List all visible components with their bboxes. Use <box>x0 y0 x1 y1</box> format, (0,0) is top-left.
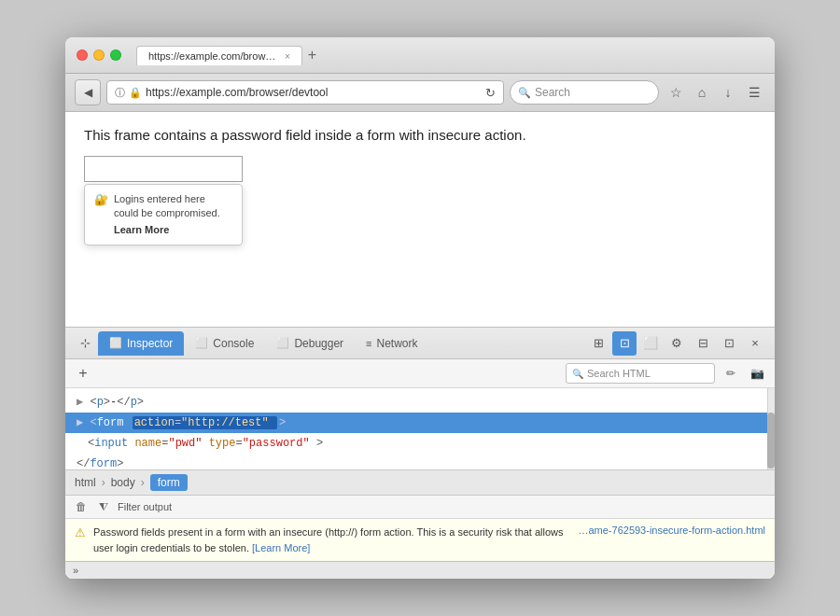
html-line-form[interactable]: ▶ <form action="http://test" > <box>65 413 775 433</box>
traffic-lights <box>77 49 121 61</box>
html-search-icon: 🔍 <box>572 369 583 379</box>
security-learn-more[interactable]: Learn More <box>114 223 232 237</box>
devtools-panel: ⊹ ⬜ Inspector ⬜ Console ⬜ Debugger ≡ Net… <box>65 327 775 579</box>
console-icon: ⬜ <box>195 337 208 349</box>
html-toolbar: + 🔍 Search HTML ✏ 📷 <box>65 359 775 388</box>
back-icon: ◀ <box>84 86 92 99</box>
page-content: This frame contains a password field ins… <box>65 112 775 327</box>
tab-bar: https://example.com/browser/dev × + <box>136 45 763 65</box>
scrollbar-thumb[interactable] <box>767 413 775 469</box>
title-bar: https://example.com/browser/dev × + <box>65 37 775 74</box>
network-icon: ≡ <box>366 338 371 349</box>
tab-close-icon[interactable]: × <box>285 51 290 62</box>
breadcrumb-sep-1: › <box>102 476 105 489</box>
devtools-right-icons: ⊞ ⊡ ⬜ ⚙ ⊟ ⊡ × <box>586 331 767 356</box>
network-label: Network <box>377 337 418 350</box>
menu-icon[interactable]: ☰ <box>743 81 765 104</box>
layout-icon[interactable]: ⊞ <box>586 331 610 356</box>
warning-learn-more-link[interactable]: [Learn More] <box>252 542 310 553</box>
file-link[interactable]: …ame-762593-insecure-form-action.html <box>578 525 765 536</box>
lock-icon: 🔒 <box>129 87 142 99</box>
nav-bar: ◀ ⓘ 🔒 https://example.com/browser/devtoo… <box>65 74 775 112</box>
reload-icon[interactable]: ↻ <box>485 86 496 100</box>
cursor-icon: ⊹ <box>80 336 91 350</box>
tab-console[interactable]: ⬜ Console <box>184 331 265 356</box>
responsive-icon[interactable]: ⊡ <box>612 331 637 356</box>
tab-network[interactable]: ≡ Network <box>355 331 428 356</box>
devtools-toolbar: ⊹ ⬜ Inspector ⬜ Console ⬜ Debugger ≡ Net… <box>65 328 775 359</box>
devtools-bottom-bar: » <box>65 561 775 579</box>
html-tree-wrapper: ▶ <p>-</p> ▶ <form action="http://test" … <box>65 388 775 469</box>
address-bar[interactable]: ⓘ 🔒 https://example.com/browser/devtool … <box>106 80 504 105</box>
breadcrumb-body[interactable]: body <box>111 476 135 489</box>
active-tab[interactable]: https://example.com/browser/dev × <box>136 46 302 65</box>
collapse-arrow-p[interactable]: ▶ <box>77 396 83 409</box>
clear-console-button[interactable]: 🗑 <box>73 498 90 515</box>
html-line-p[interactable]: ▶ <p>-</p> <box>65 392 775 413</box>
search-box[interactable]: 🔍 Search <box>510 80 659 105</box>
breadcrumb-form[interactable]: form <box>150 474 188 491</box>
filter-label: Filter output <box>118 501 172 512</box>
nav-icons: ☆ ⌂ ↓ ☰ <box>665 81 765 104</box>
browser-window: https://example.com/browser/dev × + ◀ ⓘ … <box>65 37 775 579</box>
screenshot-button[interactable]: 📷 <box>747 363 767 384</box>
debugger-icon: ⬜ <box>276 337 289 349</box>
warning-content: Password fields present in a form with a… <box>93 525 765 555</box>
tab-title: https://example.com/browser/dev <box>148 50 279 62</box>
warning-icon: ⚠ <box>75 525 86 539</box>
password-field-container: 🔐 Logins entered here could be compromis… <box>84 156 243 182</box>
close-button[interactable] <box>77 49 88 61</box>
new-tab-button[interactable]: + <box>302 45 322 65</box>
minimize-button[interactable] <box>93 49 105 61</box>
screenshot-icon[interactable]: ⬜ <box>638 331 663 356</box>
security-tooltip: 🔐 Logins entered here could be compromis… <box>84 184 243 245</box>
inspector-label: Inspector <box>127 337 173 350</box>
collapse-arrow-form[interactable]: ▶ <box>77 416 83 429</box>
html-line-input[interactable]: <input name="pwd" type="password" > <box>65 433 775 454</box>
password-input[interactable] <box>84 156 243 182</box>
address-url: https://example.com/browser/devtool <box>146 86 482 99</box>
search-icon: 🔍 <box>518 87 531 99</box>
scrollbar-track[interactable] <box>767 388 775 469</box>
close-devtools-icon[interactable]: × <box>743 331 767 356</box>
console-toolbar: 🗑 ⧨ Filter output <box>65 496 775 519</box>
warning-row: ⚠ Password fields present in a form with… <box>65 519 775 561</box>
maximize-button[interactable] <box>110 49 121 61</box>
info-icon: ⓘ <box>115 86 125 100</box>
breadcrumb-html[interactable]: html <box>75 476 96 489</box>
warning-text: Password fields present in a form with a… <box>93 525 567 555</box>
security-tooltip-row: 🔐 Logins entered here could be compromis… <box>94 192 232 237</box>
console-label: Console <box>213 337 254 350</box>
security-warning-icon: 🔐 <box>94 192 108 208</box>
bookmark-icon[interactable]: ☆ <box>665 81 687 104</box>
home-icon[interactable]: ⌂ <box>691 81 713 104</box>
settings-icon[interactable]: ⚙ <box>665 331 689 356</box>
breadcrumb-sep-2: › <box>141 476 145 489</box>
breadcrumb-bar: html › body › form <box>65 469 775 496</box>
back-button[interactable]: ◀ <box>75 79 101 105</box>
popout-icon[interactable]: ⊡ <box>717 331 741 356</box>
download-icon[interactable]: ↓ <box>717 81 739 104</box>
split-icon[interactable]: ⊟ <box>691 331 715 356</box>
tab-inspector[interactable]: ⬜ Inspector <box>98 331 184 356</box>
edit-html-button[interactable]: ✏ <box>721 363 741 384</box>
tab-inspector-cursor[interactable]: ⊹ <box>73 330 98 356</box>
expand-button[interactable]: » <box>73 565 78 576</box>
security-tooltip-text: Logins entered here could be compromised… <box>114 192 232 237</box>
page-heading: This frame contains a password field ins… <box>84 127 756 143</box>
search-placeholder: Search <box>535 86 570 99</box>
html-search-box[interactable]: 🔍 Search HTML <box>566 363 715 384</box>
html-search-placeholder: Search HTML <box>587 368 651 379</box>
filter-icon[interactable]: ⧨ <box>95 498 112 515</box>
tab-debugger[interactable]: ⬜ Debugger <box>265 331 355 356</box>
add-node-button[interactable]: + <box>73 363 93 384</box>
html-tree: ▶ <p>-</p> ▶ <form action="http://test" … <box>65 388 775 469</box>
debugger-label: Debugger <box>294 337 343 350</box>
inspector-icon: ⬜ <box>109 337 122 349</box>
html-line-form-close[interactable]: </form> <box>65 454 775 469</box>
